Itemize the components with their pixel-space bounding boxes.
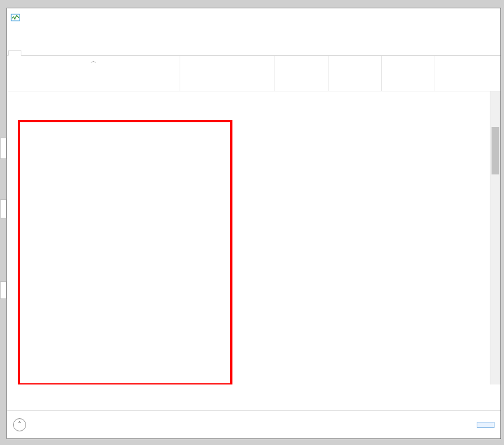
scroll-down-icon[interactable]: [490, 374, 500, 384]
tab-performance[interactable]: [21, 51, 34, 56]
header-status[interactable]: [180, 56, 275, 91]
artifact: [0, 281, 7, 299]
process-list[interactable]: [7, 91, 490, 384]
tab-startup[interactable]: [47, 51, 60, 56]
column-headers: ︿: [7, 56, 500, 91]
scroll-up-icon[interactable]: [490, 91, 500, 102]
scroll-thumb[interactable]: [492, 127, 499, 174]
footer-bar: ˄: [7, 410, 500, 438]
tab-processes[interactable]: [8, 50, 21, 56]
tab-strip: [7, 40, 500, 56]
close-button[interactable]: [473, 8, 500, 26]
fewer-details-button[interactable]: ˄: [13, 418, 31, 431]
vertical-scrollbar[interactable]: [490, 91, 500, 384]
header-network[interactable]: [435, 56, 489, 91]
tab-details[interactable]: [74, 51, 87, 56]
artifact: [0, 199, 7, 218]
tab-users[interactable]: [60, 51, 74, 56]
tab-services[interactable]: [87, 51, 100, 56]
header-memory[interactable]: [328, 56, 382, 91]
process-list-viewport: [7, 91, 500, 384]
menu-options[interactable]: [20, 32, 25, 34]
header-cpu[interactable]: [275, 56, 328, 91]
tab-app-history[interactable]: [34, 51, 47, 56]
menu-file[interactable]: [11, 32, 15, 34]
header-disk[interactable]: [382, 56, 435, 91]
sort-up-icon: ︿: [91, 57, 97, 65]
menu-view[interactable]: [30, 32, 34, 34]
artifact: [0, 138, 7, 159]
menu-bar: [7, 26, 500, 40]
task-manager-icon: [11, 12, 20, 22]
chevron-up-icon: ˄: [13, 418, 26, 431]
header-name[interactable]: ︿: [7, 56, 180, 91]
task-manager-window: ︿: [7, 8, 501, 439]
maximize-button[interactable]: [446, 8, 473, 26]
end-task-button[interactable]: [477, 422, 495, 428]
minimize-button[interactable]: [419, 8, 446, 26]
scroll-track[interactable]: [490, 102, 500, 374]
window-controls: [419, 8, 500, 26]
titlebar[interactable]: [7, 8, 500, 26]
